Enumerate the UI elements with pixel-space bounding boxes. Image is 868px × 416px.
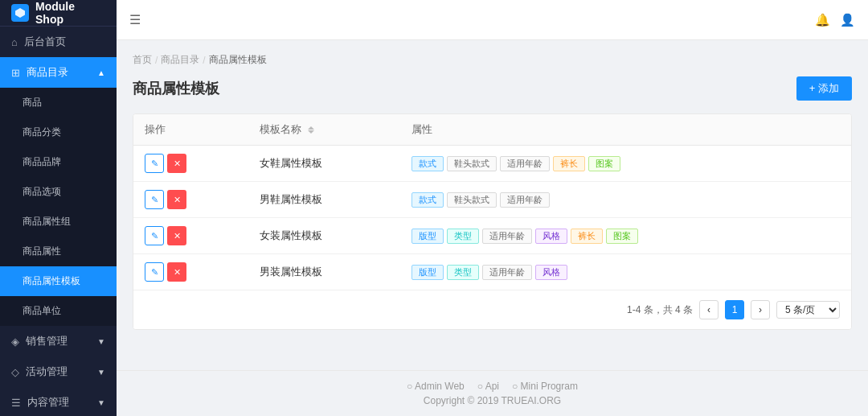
row-0-name: 女鞋属性模板: [248, 146, 400, 182]
delete-button[interactable]: ✕: [167, 190, 186, 209]
pagination-next[interactable]: ›: [751, 300, 770, 319]
row-3-name: 男装属性模板: [248, 254, 400, 290]
row-2-attrs: 版型类型适用年龄风格裤长图案: [400, 218, 851, 254]
logo-icon: [11, 4, 29, 22]
breadcrumb: 首页 / 商品目录 / 商品属性模板: [133, 53, 852, 67]
sidebar-item-home[interactable]: ⌂ 后台首页: [0, 27, 117, 57]
sidebar-item-goods-brand[interactable]: 商品品牌: [0, 147, 117, 177]
attr-template-table: 操作 模板名称 属性: [133, 114, 851, 290]
add-button[interactable]: + 添加: [796, 76, 852, 101]
sidebar-item-products[interactable]: ⊞ 商品目录 ▲: [0, 57, 117, 88]
notification-icon[interactable]: 🔔: [815, 13, 830, 27]
activity-icon: ◇: [11, 366, 19, 378]
attr-tag: 裤长: [553, 156, 585, 171]
table-container: 操作 模板名称 属性: [133, 113, 852, 330]
breadcrumb-products[interactable]: 商品目录: [161, 53, 199, 67]
breadcrumb-home[interactable]: 首页: [133, 53, 152, 67]
sidebar-logo: Module Shop: [0, 0, 117, 27]
pagination: 1-4 条，共 4 条 ‹ 1 › 5 条/页 10 条/页 20 条/页: [133, 290, 851, 329]
table-header-row: 操作 模板名称 属性: [133, 114, 851, 146]
products-arrow-icon: ▲: [97, 68, 105, 77]
sidebar-item-goods-attr-tpl[interactable]: 商品属性模板: [0, 266, 117, 296]
delete-button[interactable]: ✕: [167, 262, 186, 282]
sidebar-item-products-label: 商品目录: [27, 65, 68, 80]
attr-tag: 款式: [411, 156, 444, 171]
table-row: ✎ ✕ 男鞋属性模板款式鞋头款式适用年龄: [133, 182, 851, 218]
attr-tag: 版型: [411, 265, 444, 280]
delete-button[interactable]: ✕: [167, 154, 186, 173]
goods-category-label: 商品分类: [23, 126, 61, 139]
goods-unit-label: 商品单位: [23, 304, 61, 318]
goods-brand-label: 商品品牌: [23, 155, 61, 169]
sidebar-item-home-label: 后台首页: [24, 35, 66, 49]
pagination-page-1[interactable]: 1: [725, 300, 744, 319]
page-title: 商品属性模板: [133, 79, 219, 98]
header-right: 🔔 👤: [815, 13, 855, 27]
table-row: ✎ ✕ 女鞋属性模板款式鞋头款式适用年龄裤长图案: [133, 146, 851, 182]
sidebar-item-content[interactable]: ☰ 内容管理 ▼: [0, 387, 117, 416]
user-avatar-icon[interactable]: 👤: [840, 13, 855, 27]
name-sort-icon[interactable]: [308, 126, 314, 134]
main-area: ☰ 🔔 👤 首页 / 商品目录 / 商品属性模板 商品属性模板 + 添加: [117, 0, 868, 416]
sidebar-item-sales[interactable]: ◈ 销售管理 ▼: [0, 326, 117, 356]
attr-tag: 风格: [535, 265, 567, 280]
sidebar-item-activity-label: 活动管理: [26, 365, 68, 379]
sidebar-item-activity[interactable]: ◇ 活动管理 ▼: [0, 356, 117, 387]
row-0-attrs: 款式鞋头款式适用年龄裤长图案: [400, 146, 851, 182]
goods-attr-label: 商品属性: [23, 245, 61, 258]
sidebar-item-goods-attr-group[interactable]: 商品属性组: [0, 207, 117, 237]
menu-toggle-button[interactable]: ☰: [129, 12, 141, 27]
attr-tag: 图案: [606, 229, 638, 244]
col-attrs: 属性: [400, 114, 851, 146]
sidebar-item-goods-unit[interactable]: 商品单位: [0, 296, 117, 326]
sidebar-item-goods-category[interactable]: 商品分类: [0, 117, 117, 147]
attr-tag: 款式: [411, 192, 444, 208]
sidebar-item-sales-label: 销售管理: [26, 334, 68, 348]
page-header: 商品属性模板 + 添加: [133, 76, 852, 101]
action-btns: ✎ ✕: [145, 190, 237, 209]
goods-attr-tpl-label: 商品属性模板: [23, 274, 80, 288]
attr-tag: 版型: [411, 229, 444, 244]
breadcrumb-sep-2: /: [203, 55, 205, 66]
products-submenu: 商品 商品分类 商品品牌 商品选项 商品属性组 商品属性 商品属性模板 商品单位: [0, 88, 117, 326]
edit-button[interactable]: ✎: [145, 262, 164, 282]
content-icon: ☰: [11, 397, 21, 409]
pagination-prev[interactable]: ‹: [699, 300, 719, 319]
page-size-select[interactable]: 5 条/页 10 条/页 20 条/页: [776, 301, 840, 319]
footer: ○ Admin Web ○ Api ○ Mini Program Copyrig…: [117, 370, 868, 416]
attr-tag: 类型: [447, 265, 479, 280]
footer-admin-web[interactable]: ○ Admin Web: [407, 381, 465, 392]
attr-tag: 鞋头款式: [447, 156, 497, 171]
row-1-action: ✎ ✕: [133, 182, 248, 218]
products-icon: ⊞: [11, 67, 20, 79]
row-1-name: 男鞋属性模板: [248, 182, 400, 218]
sidebar-item-goods-options[interactable]: 商品选项: [0, 177, 117, 207]
sidebar-item-goods-attr[interactable]: 商品属性: [0, 237, 117, 266]
attr-tag: 裤长: [571, 229, 603, 244]
goods-label: 商品: [23, 96, 42, 109]
attr-tag: 适用年龄: [500, 156, 550, 171]
sidebar-item-content-label: 内容管理: [27, 395, 69, 410]
footer-api[interactable]: ○ Api: [477, 381, 499, 392]
logo-text: Module Shop: [35, 0, 105, 26]
header: ☰ 🔔 👤: [117, 0, 868, 40]
col-name: 模板名称: [248, 114, 400, 146]
sidebar-item-goods[interactable]: 商品: [0, 88, 117, 117]
edit-button[interactable]: ✎: [145, 190, 164, 209]
row-3-action: ✎ ✕: [133, 254, 248, 290]
delete-button[interactable]: ✕: [167, 226, 186, 245]
attr-tag: 风格: [535, 229, 567, 244]
sales-arrow-icon: ▼: [97, 337, 105, 346]
action-btns: ✎ ✕: [145, 226, 237, 245]
row-1-attrs: 款式鞋头款式适用年龄: [400, 182, 851, 218]
pagination-summary: 1-4 条，共 4 条: [627, 303, 693, 317]
home-icon: ⌂: [11, 36, 18, 48]
attr-tag: 适用年龄: [482, 229, 532, 244]
edit-button[interactable]: ✎: [145, 154, 164, 173]
breadcrumb-sep-1: /: [155, 55, 158, 66]
row-0-action: ✎ ✕: [133, 146, 248, 182]
sales-icon: ◈: [11, 336, 19, 348]
table-row: ✎ ✕ 男装属性模板版型类型适用年龄风格: [133, 254, 851, 290]
edit-button[interactable]: ✎: [145, 226, 164, 245]
footer-mini-program[interactable]: ○ Mini Program: [512, 381, 578, 392]
